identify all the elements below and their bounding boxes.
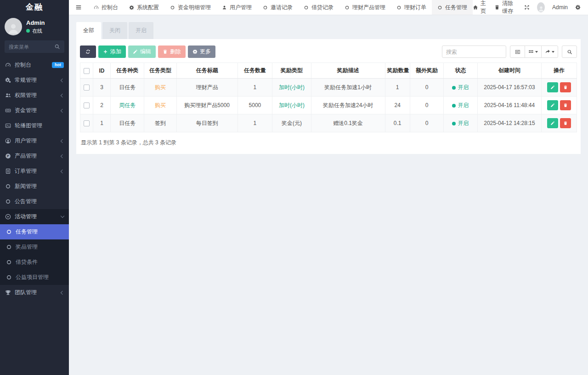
- hot-badge: hot: [52, 62, 64, 68]
- topnav-tab-label: 邀请记录: [271, 4, 293, 11]
- sidebar-item-team[interactable]: 团队管理: [0, 285, 69, 300]
- status-label: 开启: [458, 84, 469, 91]
- chevron-down-icon: [552, 51, 554, 54]
- topnav-tab-task-mgmt[interactable]: 任务管理: [432, 0, 473, 15]
- chevron-left-icon: [61, 139, 64, 142]
- columns-icon: [528, 49, 534, 55]
- chevron-down-icon: [535, 51, 538, 54]
- topnav-tab-loan-records[interactable]: 借贷记录: [298, 0, 339, 15]
- table-search-input[interactable]: [442, 45, 506, 58]
- toolbar: 添加 编辑 删除 更多: [80, 45, 577, 58]
- gears-icon[interactable]: [575, 5, 581, 10]
- reward-desc: 赠送0.1奖金: [311, 114, 385, 132]
- sidebar-item-products[interactable]: P产品管理: [0, 148, 69, 164]
- topnav-tab-invite-records[interactable]: 邀请记录: [257, 0, 298, 15]
- select-all-checkbox[interactable]: [84, 68, 90, 74]
- reward-type: 加时(小时): [272, 97, 311, 114]
- circle-icon: [263, 5, 268, 10]
- status-dot: [452, 86, 456, 90]
- sidebar-item-prizes[interactable]: 奖品管理: [0, 239, 69, 255]
- sidebar-item-charity-label: 公益项目管理: [16, 273, 49, 281]
- row-edit-button[interactable]: [547, 82, 558, 92]
- row-checkbox[interactable]: [84, 85, 90, 91]
- dashboard-icon: [5, 62, 11, 68]
- export-button[interactable]: [541, 45, 558, 58]
- delete-button[interactable]: 删除: [158, 45, 186, 58]
- sidebar-item-orders[interactable]: 订单管理: [0, 164, 69, 179]
- column-header: 奖励描述: [311, 63, 385, 79]
- cogs-icon: [5, 77, 11, 83]
- edit-button[interactable]: 编辑: [128, 45, 156, 58]
- svg-text:P: P: [7, 154, 9, 158]
- row-checkbox[interactable]: [84, 102, 90, 108]
- sidebar-item-dashboard-label: 控制台: [15, 61, 31, 69]
- online-dot: [26, 29, 30, 33]
- sidebar-item-activity[interactable]: 活动管理: [0, 209, 69, 224]
- sidebar-item-general[interactable]: 常规管理: [0, 73, 69, 88]
- columns-button[interactable]: [525, 45, 542, 58]
- chevron-left-icon: [61, 108, 64, 112]
- sidebar-item-notice[interactable]: 公告管理: [0, 194, 69, 209]
- product-icon: P: [5, 153, 11, 159]
- sidebar-item-banner[interactable]: 轮播图管理: [0, 118, 69, 133]
- sidebar-item-news[interactable]: 新闻管理: [0, 179, 69, 194]
- topnav-tab-dashboard[interactable]: 控制台: [88, 0, 124, 15]
- avatar[interactable]: [537, 2, 545, 12]
- topnav-tab-wealth-products[interactable]: 理财产品管理: [339, 0, 391, 15]
- topnav-tab-user-mgmt[interactable]: 用户管理: [216, 0, 257, 15]
- home-link[interactable]: 主页: [473, 0, 487, 15]
- sidebar-item-general-label: 常规管理: [15, 76, 37, 84]
- reward-count: 24: [385, 97, 410, 114]
- topnav-tab-label: 系统配置: [137, 4, 159, 11]
- filter-tab-open[interactable]: 开启: [129, 22, 153, 39]
- user-status: 在线: [26, 28, 45, 34]
- hamburger-icon[interactable]: [69, 0, 88, 15]
- search-button[interactable]: [562, 45, 577, 58]
- sidebar-item-charity[interactable]: 公益项目管理: [0, 270, 69, 285]
- fullscreen-icon[interactable]: [524, 5, 530, 10]
- row-delete-button[interactable]: [560, 100, 571, 110]
- topnav-tab-fund-details[interactable]: 资金明细管理: [164, 0, 216, 15]
- admin-menu[interactable]: Admin: [552, 4, 568, 11]
- topnav-tab-system-config[interactable]: 系统配置: [124, 0, 164, 15]
- row-checkbox[interactable]: [84, 120, 90, 126]
- row-delete-button[interactable]: [560, 82, 571, 92]
- row-actions: [542, 79, 577, 97]
- search-icon: [567, 49, 572, 55]
- toggle-view-button[interactable]: [510, 45, 525, 58]
- column-header: 额外奖励: [410, 63, 444, 79]
- home-icon: [473, 5, 478, 10]
- chevron-down-icon: [61, 214, 64, 218]
- task-kind: 周任务: [110, 97, 144, 114]
- more-button[interactable]: 更多: [188, 45, 215, 58]
- sidebar-item-tasks[interactable]: 任务管理: [0, 224, 69, 239]
- topnav-tab-label: 理财产品管理: [352, 4, 385, 11]
- add-button-label: 添加: [110, 48, 121, 56]
- sidebar-item-products-label: 产品管理: [15, 152, 37, 160]
- filter-tab-all[interactable]: 全部: [76, 22, 101, 39]
- sidebar-item-orders-label: 订单管理: [15, 167, 37, 175]
- row-edit-button[interactable]: [547, 100, 558, 110]
- trash-icon: [494, 5, 500, 10]
- sidebar-item-users[interactable]: 用户管理: [0, 133, 69, 148]
- play-circle-icon: [5, 214, 11, 220]
- more-button-label: 更多: [200, 48, 211, 56]
- clear-cache-link[interactable]: 清除缓存: [494, 0, 517, 15]
- task-kind: 日任务: [110, 114, 144, 132]
- add-button[interactable]: 添加: [98, 45, 126, 58]
- row-delete-button[interactable]: [560, 118, 571, 128]
- sidebar-item-loan-terms[interactable]: 借贷条件: [0, 255, 69, 270]
- sidebar-item-funds[interactable]: 资金管理: [0, 103, 69, 118]
- sidebar-item-permission[interactable]: 权限管理: [0, 88, 69, 103]
- sidebar-search-input[interactable]: [9, 44, 54, 50]
- sidebar-search: [5, 40, 64, 53]
- status-label: 开启: [458, 102, 469, 108]
- refresh-button[interactable]: [80, 45, 96, 58]
- topnav-tab-wealth-orders[interactable]: 理财订单: [391, 0, 432, 15]
- circle-icon: [304, 5, 309, 10]
- sidebar-item-dashboard[interactable]: 控制台hot: [0, 57, 69, 73]
- row-edit-button[interactable]: [547, 118, 558, 128]
- filter-tab-closed[interactable]: 关闭: [102, 22, 127, 39]
- refresh-icon: [85, 49, 90, 54]
- row-id: 2: [93, 97, 111, 114]
